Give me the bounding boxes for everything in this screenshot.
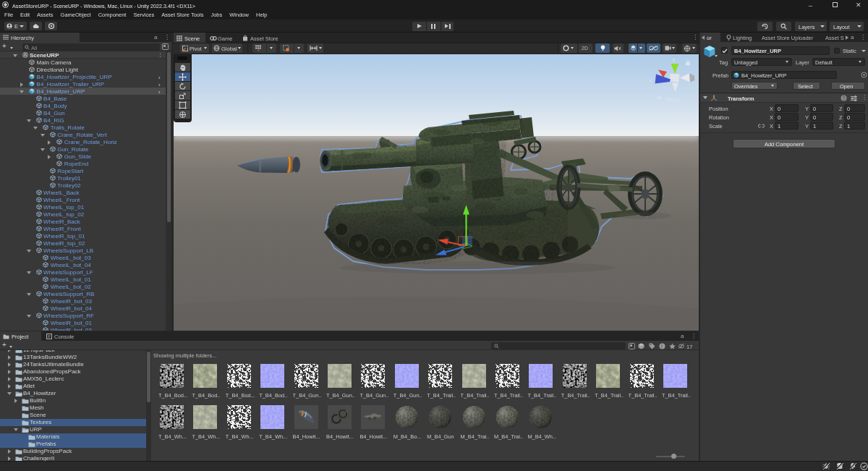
svg-text:z: z	[650, 78, 652, 82]
svg-text:y: y	[673, 57, 675, 61]
svg-text:y: y	[258, 48, 260, 51]
svg-text:?: ?	[843, 96, 846, 101]
svg-text:i: i	[661, 344, 662, 349]
svg-text:Persp: Persp	[665, 96, 680, 103]
